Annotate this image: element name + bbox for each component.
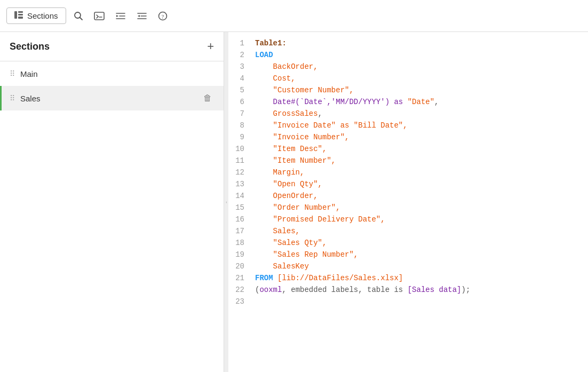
code-line-13: 13 "Open Qty", <box>228 178 588 190</box>
line-number-3: 3 <box>228 61 255 73</box>
outdent-button[interactable] <box>133 8 150 24</box>
search-button[interactable] <box>70 8 86 24</box>
code-line-16: 16 "Promised Delivery Date", <box>228 213 588 225</box>
line-content-21: FROM [lib://DataFiles/Sales.xlsx] <box>255 272 588 284</box>
line-content-17: Sales, <box>255 225 588 237</box>
line-content-15: "Order Number", <box>255 202 588 213</box>
sidebar-layout-icon <box>14 11 23 20</box>
help-button[interactable]: ? <box>155 8 171 24</box>
line-content-9: "Invoice Number", <box>255 131 588 143</box>
main-content: Sections + ⠿ Main 🗑 ⠿ Sales 🗑 · · <box>0 32 588 372</box>
line-content-16: "Promised Delivery Date", <box>255 213 588 225</box>
code-line-17: 17 Sales, <box>228 225 588 237</box>
sidebar: Sections + ⠿ Main 🗑 ⠿ Sales 🗑 <box>0 32 224 372</box>
line-content-14: OpenOrder, <box>255 190 588 202</box>
line-number-20: 20 <box>228 260 255 272</box>
line-number-13: 13 <box>228 178 255 190</box>
line-number-8: 8 <box>228 120 255 131</box>
line-content-3: BackOrder, <box>255 61 588 73</box>
svg-rect-3 <box>18 17 23 19</box>
code-line-23: 23 <box>228 296 588 307</box>
code-line-10: 10 "Item Desc", <box>228 143 588 155</box>
line-content-8: "Invoice Date" as "Bill Date", <box>255 120 588 131</box>
line-content-4: Cost, <box>255 73 588 84</box>
line-content-1: Table1: <box>255 37 588 49</box>
line-number-14: 14 <box>228 190 255 202</box>
code-line-8: 8 "Invoice Date" as "Bill Date", <box>228 120 588 131</box>
svg-rect-0 <box>14 11 17 19</box>
line-number-17: 17 <box>228 225 255 237</box>
line-number-19: 19 <box>228 249 255 260</box>
code-line-19: 19 "Sales Rep Number", <box>228 249 588 260</box>
sidebar-item-label-main: Main <box>20 69 196 78</box>
active-indicator <box>0 86 2 110</box>
line-content-7: GrossSales, <box>255 108 588 120</box>
sections-button-label: Sections <box>27 11 58 20</box>
code-line-6: 6 Date#(`Date`,'MM/DD/YYYY') as "Date", <box>228 96 588 108</box>
svg-rect-6 <box>94 12 104 20</box>
code-line-1: 1 Table1: <box>228 37 588 49</box>
svg-line-5 <box>80 17 82 20</box>
code-line-20: 20 SalesKey <box>228 260 588 272</box>
line-number-12: 12 <box>228 167 255 178</box>
line-content-10: "Item Desc", <box>255 143 588 155</box>
line-number-21: 21 <box>228 272 255 284</box>
drag-handle-sales: ⠿ <box>10 94 15 102</box>
line-content-12: Margin, <box>255 167 588 178</box>
code-line-22: 22 (ooxml, embedded labels, table is [Sa… <box>228 284 588 296</box>
line-number-23: 23 <box>228 296 255 307</box>
svg-rect-1 <box>18 11 23 13</box>
svg-line-8 <box>97 17 98 18</box>
indent-button[interactable] <box>112 8 129 24</box>
line-number-9: 9 <box>228 131 255 143</box>
line-number-6: 6 <box>228 96 255 108</box>
line-number-4: 4 <box>228 73 255 84</box>
resize-handle[interactable]: · · <box>224 32 228 372</box>
sidebar-item-label-sales: Sales <box>20 94 196 103</box>
add-section-button[interactable]: + <box>207 41 214 52</box>
code-line-9: 9 "Invoice Number", <box>228 131 588 143</box>
delete-sales-button[interactable]: 🗑 <box>201 91 214 105</box>
code-line-21: 21 FROM [lib://DataFiles/Sales.xlsx] <box>228 272 588 284</box>
line-number-16: 16 <box>228 213 255 225</box>
line-content-5: "Customer Number", <box>255 84 588 96</box>
code-line-11: 11 "Item Number", <box>228 155 588 167</box>
code-line-5: 5 "Customer Number", <box>228 84 588 96</box>
line-number-10: 10 <box>228 143 255 155</box>
line-number-1: 1 <box>228 37 255 49</box>
toolbar: Sections <box>0 0 588 32</box>
line-content-2: LOAD <box>255 49 588 61</box>
line-content-11: "Item Number", <box>255 155 588 167</box>
sidebar-items: ⠿ Main 🗑 ⠿ Sales 🗑 <box>0 61 224 372</box>
code-button[interactable] <box>91 8 108 24</box>
sections-toggle-button[interactable]: Sections <box>6 7 66 24</box>
line-content-18: "Sales Qty", <box>255 237 588 249</box>
svg-rect-2 <box>18 14 23 15</box>
sidebar-item-main[interactable]: ⠿ Main 🗑 <box>0 61 224 86</box>
sidebar-header: Sections + <box>0 32 224 61</box>
code-line-12: 12 Margin, <box>228 167 588 178</box>
line-number-2: 2 <box>228 49 255 61</box>
sidebar-title: Sections <box>10 41 50 52</box>
line-content-22: (ooxml, embedded labels, table is [Sales… <box>255 284 588 296</box>
line-number-5: 5 <box>228 84 255 96</box>
line-number-18: 18 <box>228 237 255 249</box>
line-number-11: 11 <box>228 155 255 167</box>
line-content-6: Date#(`Date`,'MM/DD/YYYY') as "Date", <box>255 96 588 108</box>
code-container[interactable]: 1 Table1: 2 LOAD 3 BackOrder, 4 Cost, 5 … <box>228 32 588 372</box>
line-number-15: 15 <box>228 202 255 213</box>
code-line-4: 4 Cost, <box>228 73 588 84</box>
line-content-20: SalesKey <box>255 260 588 272</box>
line-number-7: 7 <box>228 108 255 120</box>
code-line-2: 2 LOAD <box>228 49 588 61</box>
line-number-22: 22 <box>228 284 255 296</box>
editor-area: 1 Table1: 2 LOAD 3 BackOrder, 4 Cost, 5 … <box>228 32 588 372</box>
line-content-19: "Sales Rep Number", <box>255 249 588 260</box>
drag-handle-main: ⠿ <box>10 69 15 78</box>
code-line-15: 15 "Order Number", <box>228 202 588 213</box>
sidebar-item-sales[interactable]: ⠿ Sales 🗑 <box>0 86 224 110</box>
line-content-13: "Open Qty", <box>255 178 588 190</box>
code-line-18: 18 "Sales Qty", <box>228 237 588 249</box>
code-line-7: 7 GrossSales, <box>228 108 588 120</box>
svg-text:?: ? <box>161 13 164 19</box>
